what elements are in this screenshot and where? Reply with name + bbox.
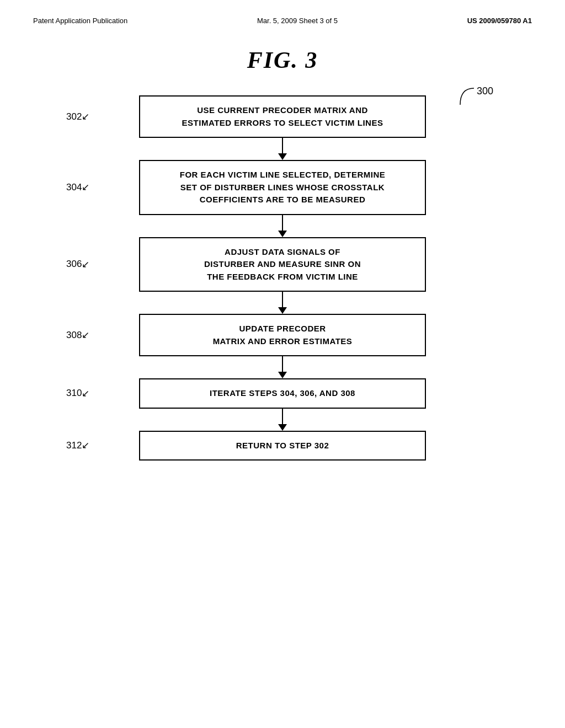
step-box-304: FOR EACH VICTIM LINE SELECTED, DETERMINE… <box>139 160 426 215</box>
header-publication-label: Patent Application Publication <box>33 17 127 25</box>
flowchart: 302 ↙ USE CURRENT PRECODER MATRIX AND ES… <box>33 95 532 461</box>
flow-step-302: 302 ↙ USE CURRENT PRECODER MATRIX AND ES… <box>33 95 532 138</box>
flow-step-310: 310 ↙ ITERATE STEPS 304, 306, AND 308 <box>33 378 532 409</box>
step-label-312: 312 ↙ <box>66 440 89 451</box>
step-box-308: UPDATE PRECODER MATRIX AND ERROR ESTIMAT… <box>139 314 426 356</box>
step-box-310: ITERATE STEPS 304, 306, AND 308 <box>139 378 426 409</box>
step-label-310: 310 ↙ <box>66 388 89 399</box>
page: Patent Application Publication Mar. 5, 2… <box>0 0 565 728</box>
step-label-302: 302 ↙ <box>66 111 89 122</box>
flow-step-312: 312 ↙ RETURN TO STEP 302 <box>33 431 532 461</box>
flow-step-306: 306 ↙ ADJUST DATA SIGNALS OF DISTURBER A… <box>33 237 532 292</box>
page-header: Patent Application Publication Mar. 5, 2… <box>33 17 532 25</box>
step-label-304: 304 ↙ <box>66 181 89 193</box>
figure-title: FIG. 3 <box>33 47 532 73</box>
step-box-306: ADJUST DATA SIGNALS OF DISTURBER AND MEA… <box>139 237 426 292</box>
flow-step-308: 308 ↙ UPDATE PRECODER MATRIX AND ERROR E… <box>33 314 532 356</box>
header-date-sheet: Mar. 5, 2009 Sheet 3 of 5 <box>257 17 338 25</box>
step-box-302: USE CURRENT PRECODER MATRIX AND ESTIMATE… <box>139 95 426 138</box>
step-label-308: 308 ↙ <box>66 329 89 341</box>
step-label-306: 306 ↙ <box>66 259 89 270</box>
step-box-312: RETURN TO STEP 302 <box>139 431 426 461</box>
header-patent-number: US 2009/059780 A1 <box>467 17 532 25</box>
flow-step-304: 304 ↙ FOR EACH VICTIM LINE SELECTED, DET… <box>33 160 532 215</box>
